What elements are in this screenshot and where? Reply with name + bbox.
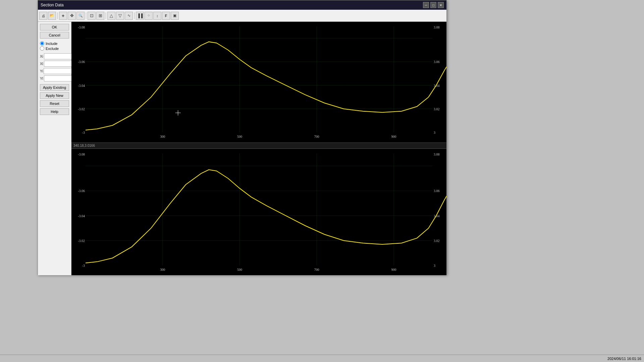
left-panel: OK Cancel Include Exclude Xi Xl bbox=[38, 22, 71, 275]
yl-label: Yl bbox=[40, 76, 43, 80]
toolbar-separator-4 bbox=[134, 12, 135, 19]
charts-area: 340.18,3.0166 bbox=[71, 22, 446, 275]
yi-field-row: Yi bbox=[40, 68, 69, 74]
move-icon[interactable]: ✥ bbox=[68, 12, 76, 20]
toolbar-separator-1 bbox=[57, 12, 58, 19]
include-radio[interactable] bbox=[40, 41, 44, 46]
chart-status: 340.18,3.0166 bbox=[73, 144, 95, 147]
title-bar: Section Data ─ □ ✕ bbox=[38, 0, 446, 10]
datetime-label: 2024/06/11 16:01:16 bbox=[607, 357, 641, 361]
box2-icon[interactable]: ▣ bbox=[171, 12, 179, 20]
main-content: OK Cancel Include Exclude Xi Xl bbox=[38, 22, 446, 275]
statusbar: 2024/06/11 16:01:16 bbox=[0, 355, 644, 362]
maximize-button[interactable]: □ bbox=[430, 2, 436, 8]
toolbar-separator-3 bbox=[106, 12, 106, 19]
toolbar-separator-2 bbox=[86, 12, 86, 19]
exclude-radio[interactable] bbox=[40, 46, 44, 51]
down-icon[interactable]: ▽ bbox=[116, 12, 124, 20]
include-exclude-group: Include Exclude bbox=[40, 41, 69, 51]
exclude-label: Exclude bbox=[46, 47, 59, 51]
wave-icon[interactable]: ∿ bbox=[125, 12, 133, 20]
cancel-button[interactable]: Cancel bbox=[40, 32, 69, 39]
xi-label: Xi bbox=[40, 54, 43, 58]
include-radio-item: Include bbox=[40, 41, 69, 46]
bar-icon[interactable]: ▐▐ bbox=[136, 12, 144, 20]
print-icon[interactable]: 🖨 bbox=[39, 12, 47, 20]
apply-new-button[interactable]: Apply New bbox=[40, 92, 69, 99]
bottom-chart-canvas bbox=[71, 149, 446, 276]
yl-field-row: Yl bbox=[40, 75, 69, 81]
close-button[interactable]: ✕ bbox=[438, 2, 444, 8]
yi-label: Yi bbox=[40, 69, 43, 73]
zoom-fit-icon[interactable]: ⊞ bbox=[96, 12, 104, 20]
xi-field-row: Xi bbox=[40, 53, 69, 59]
f-icon[interactable]: F bbox=[162, 12, 170, 20]
minimize-button[interactable]: ─ bbox=[423, 2, 429, 8]
bottom-chart[interactable] bbox=[71, 149, 446, 276]
exclude-radio-item: Exclude bbox=[40, 46, 69, 51]
help-button[interactable]: Help bbox=[40, 108, 69, 115]
zoom-in-icon[interactable]: 🔍 bbox=[76, 12, 85, 20]
cursor2-icon[interactable]: ↕ bbox=[153, 12, 161, 20]
scatter-icon[interactable]: ⁘ bbox=[145, 12, 153, 20]
window-controls: ─ □ ✕ bbox=[423, 2, 444, 8]
cursor-icon[interactable]: + bbox=[59, 12, 67, 20]
apply-existing-button[interactable]: Apply Existing bbox=[40, 84, 69, 91]
up-icon[interactable]: △ bbox=[107, 12, 115, 20]
zoom-box-icon[interactable]: ⊡ bbox=[88, 12, 96, 20]
xl-field-row: Xl bbox=[40, 61, 69, 67]
main-window: Section Data ─ □ ✕ 🖨 📂 + ✥ 🔍 ⊡ ⊞ △ ▽ ∿ ▐… bbox=[38, 0, 447, 275]
top-chart[interactable]: 340.18,3.0166 bbox=[71, 22, 446, 149]
toolbar: 🖨 📂 + ✥ 🔍 ⊡ ⊞ △ ▽ ∿ ▐▐ ⁘ ↕ F ▣ bbox=[38, 10, 446, 22]
folder-icon[interactable]: 📂 bbox=[48, 12, 56, 20]
ok-button[interactable]: OK bbox=[40, 24, 69, 31]
xl-label: Xl bbox=[40, 62, 43, 66]
top-chart-canvas bbox=[71, 22, 446, 148]
include-label: Include bbox=[46, 42, 57, 46]
reset-button[interactable]: Reset bbox=[40, 100, 69, 107]
window-title: Section Data bbox=[41, 3, 64, 7]
